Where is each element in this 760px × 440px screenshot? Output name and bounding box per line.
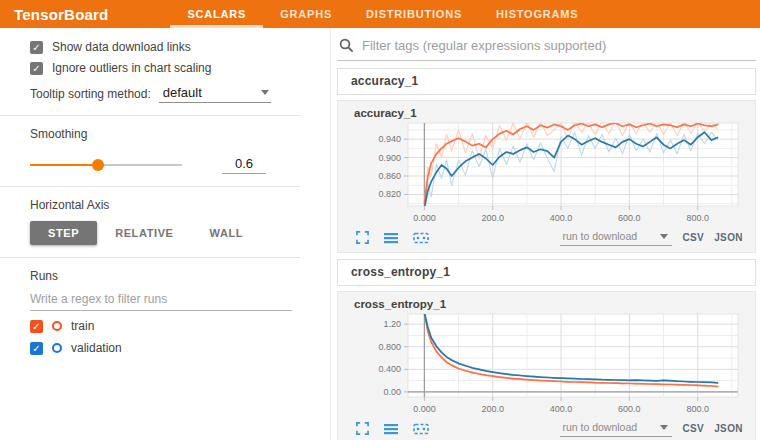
run-validation-color-swatch [52, 343, 62, 353]
fit-domain-icon[interactable] [413, 423, 429, 435]
axis-wall-button[interactable]: WALL [192, 221, 262, 245]
toggle-log-scale-icon[interactable] [384, 232, 398, 244]
run-train-checkbox[interactable]: ✓ [30, 320, 43, 333]
show-download-links-label: Show data download links [52, 40, 191, 54]
chevron-down-icon [261, 90, 269, 95]
run-train-color-swatch [52, 321, 62, 331]
search-icon [339, 38, 354, 53]
tag-filter-input[interactable] [362, 38, 754, 53]
svg-text:0.940: 0.940 [378, 134, 401, 144]
axis-step-button[interactable]: STEP [30, 221, 97, 245]
run-train-label: train [71, 319, 94, 333]
svg-text:200.0: 200.0 [481, 404, 504, 414]
svg-text:0.800: 0.800 [378, 342, 401, 352]
svg-text:0.400: 0.400 [378, 364, 401, 374]
divider [0, 257, 300, 258]
ignore-outliers-checkbox[interactable]: ✓ [30, 62, 43, 75]
smoothing-slider-fill [30, 164, 98, 166]
chart-title: cross_entropy_1 [354, 298, 751, 310]
chart-card-footer: run to download CSV JSON [344, 419, 751, 440]
svg-text:600.0: 600.0 [618, 404, 641, 414]
csv-download-link[interactable]: CSV [682, 423, 704, 434]
ignore-outliers-label: Ignore outliers in chart scaling [52, 61, 211, 75]
svg-text:800.0: 800.0 [686, 404, 709, 414]
cross-entropy-line-chart[interactable]: 0.000200.0400.0600.0800.00.000.4000.8001… [344, 311, 758, 415]
tab-scalars[interactable]: SCALARS [170, 0, 263, 28]
smoothing-label: Smoothing [0, 127, 330, 141]
run-to-download-select[interactable]: run to download [560, 229, 672, 246]
horizontal-axis-label: Horizontal Axis [0, 198, 330, 212]
divider [0, 186, 300, 187]
accuracy-line-chart[interactable]: 0.000200.0400.0600.0800.00.8200.8600.900… [344, 120, 758, 224]
smoothing-slider-thumb[interactable] [92, 159, 104, 171]
tab-distributions[interactable]: DISTRIBUTIONS [349, 0, 479, 28]
chevron-down-icon [660, 425, 668, 430]
tooltip-sorting-label: Tooltip sorting method: [30, 87, 151, 101]
chevron-down-icon [660, 234, 668, 239]
chart-card-accuracy: accuracy_1 0.000200.0400.0600.0800.00.82… [337, 100, 756, 253]
divider [0, 115, 300, 116]
app-header: TensorBoard SCALARS GRAPHS DISTRIBUTIONS… [0, 0, 760, 28]
tooltip-sorting-select[interactable]: default [159, 84, 271, 103]
smoothing-slider[interactable] [30, 164, 182, 166]
svg-text:0.900: 0.900 [378, 153, 401, 163]
svg-text:600.0: 600.0 [618, 213, 641, 223]
chart-title: accuracy_1 [354, 107, 751, 119]
section-header-accuracy[interactable]: accuracy_1 [337, 68, 756, 95]
settings-sidebar: ✓ Show data download links ✓ Ignore outl… [0, 28, 330, 440]
tag-filter-row [337, 36, 756, 61]
svg-text:400.0: 400.0 [550, 404, 573, 414]
chart-card-cross-entropy: cross_entropy_1 0.000200.0400.0600.0800.… [337, 291, 756, 440]
scalars-dashboard: accuracy_1 accuracy_1 0.000200.0400.0600… [330, 28, 760, 440]
svg-text:200.0: 200.0 [481, 213, 504, 223]
run-validation-label: validation [71, 341, 122, 355]
svg-text:400.0: 400.0 [550, 213, 573, 223]
svg-text:1.20: 1.20 [383, 319, 401, 329]
tab-histograms[interactable]: HISTOGRAMS [479, 0, 595, 28]
json-download-link[interactable]: JSON [714, 232, 743, 243]
csv-download-link[interactable]: CSV [682, 232, 704, 243]
run-to-download-select[interactable]: run to download [560, 420, 672, 437]
runs-filter-input[interactable] [30, 289, 292, 311]
tab-bar: SCALARS GRAPHS DISTRIBUTIONS HISTOGRAMS [170, 0, 595, 28]
svg-text:0.000: 0.000 [413, 213, 436, 223]
run-row-validation: ✓ validation [0, 341, 330, 355]
svg-text:0.860: 0.860 [378, 171, 401, 181]
expand-chart-icon[interactable] [356, 231, 369, 244]
runs-label: Runs [0, 269, 330, 283]
axis-relative-button[interactable]: RELATIVE [97, 221, 191, 245]
run-row-train: ✓ train [0, 319, 330, 333]
app-title: TensorBoard [14, 0, 108, 28]
svg-text:0.000: 0.000 [413, 404, 436, 414]
svg-text:0.00: 0.00 [383, 387, 401, 397]
json-download-link[interactable]: JSON [714, 423, 743, 434]
tooltip-sorting-value: default [163, 85, 202, 100]
tab-graphs[interactable]: GRAPHS [263, 0, 349, 28]
chart-card-footer: run to download CSV JSON [344, 228, 751, 250]
svg-text:800.0: 800.0 [686, 213, 709, 223]
run-validation-checkbox[interactable]: ✓ [30, 342, 43, 355]
expand-chart-icon[interactable] [356, 422, 369, 435]
show-download-links-checkbox[interactable]: ✓ [30, 41, 43, 54]
smoothing-value[interactable]: 0.6 [222, 156, 266, 174]
section-header-cross-entropy[interactable]: cross_entropy_1 [337, 259, 756, 286]
svg-text:0.820: 0.820 [378, 189, 401, 199]
toggle-log-scale-icon[interactable] [384, 423, 398, 435]
fit-domain-icon[interactable] [413, 232, 429, 244]
